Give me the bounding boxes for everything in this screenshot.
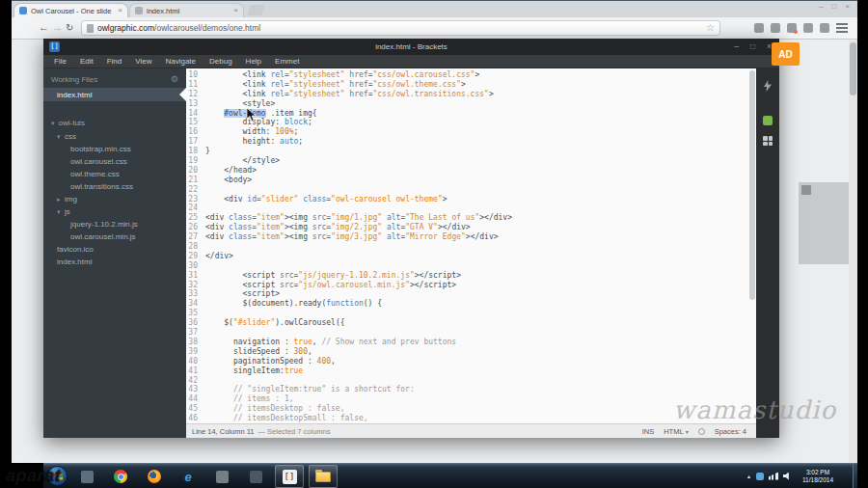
code-line-35[interactable]: 35 <box>186 309 756 318</box>
network-icon[interactable] <box>769 473 778 480</box>
taskbar-clock[interactable]: 3:02 PM 11/18/2014 <box>797 469 839 484</box>
language-selector[interactable]: HTML▾ <box>664 427 688 436</box>
toolbar-extension-icon[interactable] <box>771 23 780 33</box>
tree-folder-css[interactable]: ▾css <box>43 130 186 143</box>
menu-view[interactable]: View <box>128 57 158 66</box>
taskbar-chrome-button[interactable] <box>106 465 135 488</box>
new-tab-button[interactable] <box>247 5 265 15</box>
menu-file[interactable]: File <box>47 57 73 66</box>
chevron-down-icon[interactable]: ▾ <box>57 133 65 141</box>
code-line-15[interactable]: 15 display: block; <box>186 118 756 127</box>
code-line-42[interactable]: 42 <box>186 376 756 386</box>
close-button[interactable]: × <box>845 2 850 11</box>
tab-owl-carousel[interactable]: Owl Carousel - One slide × <box>14 3 128 17</box>
tab-close-icon[interactable]: × <box>118 7 122 14</box>
back-icon[interactable]: ← <box>39 22 49 33</box>
taskbar-app-button[interactable] <box>207 465 236 488</box>
code-line-44[interactable]: 44 // items : 1, <box>186 394 756 404</box>
tree-file-owl-carousel-min-js[interactable]: owl.carousel.min.js <box>43 230 186 243</box>
menu-help[interactable]: Help <box>239 57 268 66</box>
split-view-grid-icon[interactable] <box>763 136 773 146</box>
tab-close-icon[interactable]: × <box>233 7 238 14</box>
indent-setting[interactable]: Spaces: 4 <box>715 427 746 436</box>
page-scrollbar[interactable] <box>849 41 857 463</box>
code-line-20[interactable]: 20 </head> <box>186 166 756 176</box>
address-bar[interactable]: owlgraphic.com/owlcarousel/demos/one.htm… <box>81 20 720 36</box>
tree-file-bootstrap-min-css[interactable]: bootstrap.min.css <box>43 143 186 155</box>
code-line-34[interactable]: 34 $(document).ready(function() { <box>186 299 756 309</box>
editor-scrollbar[interactable] <box>749 70 755 421</box>
code-line-29[interactable]: 29</div> <box>186 252 756 261</box>
tree-file-index-html[interactable]: index.html <box>43 256 186 268</box>
code-line-33[interactable]: 33 <script> <box>186 289 756 299</box>
menu-find[interactable]: Find <box>100 57 129 66</box>
toolbar-extension-icon[interactable] <box>754 23 764 33</box>
code-line-19[interactable]: 19 </style> <box>186 156 756 166</box>
menu-emmet[interactable]: Emmet <box>268 57 306 66</box>
forward-icon[interactable]: → <box>52 22 63 33</box>
scrollbar-thumb[interactable] <box>749 70 755 300</box>
code-line-11[interactable]: 11 <link rel="stylesheet" href="css/owl.… <box>186 80 756 90</box>
tab-index-html[interactable]: index.html × <box>129 3 244 17</box>
toolbar-extension-icon[interactable] <box>820 23 829 33</box>
minimize-button[interactable]: – <box>734 41 739 51</box>
code-line-25[interactable]: 25<div class="item"><img src="img/1.jpg"… <box>186 213 756 223</box>
chevron-down-icon[interactable]: ▾ <box>57 208 65 216</box>
code-line-27[interactable]: 27<div class="item"><img src="img/3.jpg"… <box>186 232 756 242</box>
insert-mode-indicator[interactable]: INS <box>642 427 655 436</box>
tree-file-owl-theme-css[interactable]: owl.theme.css <box>43 168 186 180</box>
taskbar-app-button[interactable] <box>241 465 270 488</box>
taskbar-app-button[interactable] <box>72 465 101 488</box>
volume-icon[interactable] <box>783 473 792 480</box>
project-header[interactable]: ▾ owl-tuts <box>43 116 186 130</box>
chevron-right-icon[interactable]: ▸ <box>57 196 65 203</box>
lint-status-icon[interactable] <box>698 428 705 435</box>
menu-icon[interactable] <box>836 23 848 33</box>
tree-folder-js[interactable]: ▾js <box>43 205 186 218</box>
code-line-36[interactable]: 36 $("#slider").owlCarousel({ <box>186 318 756 328</box>
taskbar-firefox-button[interactable] <box>140 465 169 488</box>
tree-file-jquery-1-10-2-min-js[interactable]: jquery-1.10.2.min.js <box>43 218 186 230</box>
code-line-16[interactable]: 16 width: 100%; <box>186 127 756 137</box>
code-line-18[interactable]: 18} <box>186 147 756 156</box>
code-line-10[interactable]: 10 <link rel="stylesheet" href="css/owl.… <box>186 70 756 80</box>
minimize-button[interactable]: – <box>819 2 823 11</box>
code-line-14[interactable]: 14 #owl-demo .item img{ <box>186 109 756 119</box>
editor-pane[interactable]: 10 <link rel="stylesheet" href="css/owl.… <box>186 68 756 423</box>
menu-navigate[interactable]: Navigate <box>158 57 203 66</box>
menu-edit[interactable]: Edit <box>73 57 100 66</box>
tray-app-icon[interactable] <box>756 473 764 480</box>
code-line-22[interactable]: 22 <box>186 185 756 195</box>
code-line-43[interactable]: 43 // "singleItem:true" is a shortcut fo… <box>186 385 756 394</box>
code-line-17[interactable]: 17 height: auto; <box>186 137 756 147</box>
brackets-titlebar[interactable]: [] index.html - Brackets – □ × <box>43 39 779 55</box>
wrench-icon[interactable] <box>787 23 797 33</box>
reload-icon[interactable]: ↻ <box>66 22 73 33</box>
code-line-38[interactable]: 38 navigation : true, // Show next and p… <box>186 338 756 347</box>
tree-file-owl-carousel-css[interactable]: owl.carousel.css <box>43 155 186 168</box>
gear-icon[interactable]: ⚙ <box>171 74 178 84</box>
ad-badge[interactable]: AD <box>772 42 800 66</box>
code-line-26[interactable]: 26<div class="item"><img src="img/2.jpg"… <box>186 223 756 232</box>
live-preview-lightning-icon[interactable] <box>764 80 772 92</box>
bookmark-star-icon[interactable]: ☆ <box>706 23 715 33</box>
extension-icon[interactable] <box>763 116 773 125</box>
show-desktop-button[interactable] <box>853 464 857 488</box>
working-file-index-html[interactable]: index.html <box>43 88 186 101</box>
code-line-40[interactable]: 40 paginationSpeed : 400, <box>186 357 756 366</box>
code-line-39[interactable]: 39 slideSpeed : 300, <box>186 347 756 357</box>
tree-file-favicon-ico[interactable]: favicon.ico <box>43 243 186 256</box>
toolbar-extension-icon[interactable] <box>803 23 813 33</box>
maximize-button[interactable]: □ <box>750 41 755 51</box>
code-line-37[interactable]: 37 <box>186 328 756 338</box>
code-line-24[interactable]: 24 <box>186 203 756 213</box>
code-line-41[interactable]: 41 singleItem:true <box>186 366 756 376</box>
taskbar-ie-button[interactable] <box>174 465 203 488</box>
taskbar-explorer-button[interactable] <box>309 465 338 488</box>
menu-debug[interactable]: Debug <box>203 57 239 66</box>
code-line-23[interactable]: 23 <div id="slider" class="owl-carousel … <box>186 195 756 204</box>
code-line-45[interactable]: 45 // itemsDesktop : false, <box>186 404 756 414</box>
code-line-13[interactable]: 13 <style> <box>186 99 756 109</box>
code-line-28[interactable]: 28 <box>186 242 756 252</box>
code-line-46[interactable]: 46 // itemsDesktopSmall : false, <box>186 414 756 423</box>
